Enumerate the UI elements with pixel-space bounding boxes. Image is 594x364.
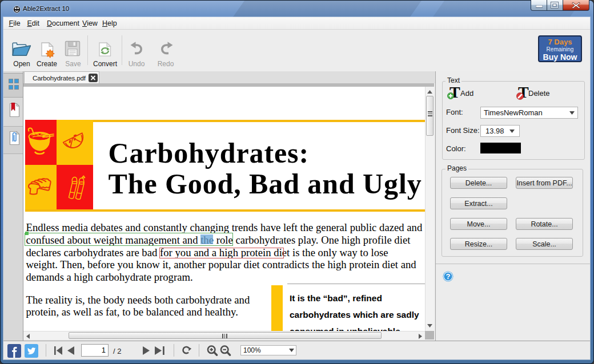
svg-text:?: ?	[446, 272, 451, 281]
